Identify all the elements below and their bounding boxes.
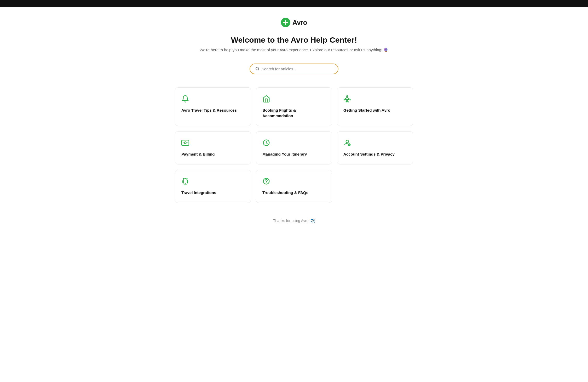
footer-text: Thanks for using Avro! ✈️ (273, 219, 315, 223)
cards-row-1: Avro Travel Tips & Resources Booking Fli… (175, 87, 413, 126)
card-title-booking-flights: Booking Flights & Accommodation (262, 107, 326, 118)
card-title-managing-itinerary: Managing Your Itinerary (262, 151, 326, 157)
logo-area: Avro (175, 18, 413, 27)
svg-line-14 (183, 178, 184, 179)
card-payment-billing[interactable]: Payment & Billing (175, 131, 251, 164)
svg-rect-13 (187, 180, 188, 183)
search-container (175, 64, 413, 74)
card-title-avro-travel-tips: Avro Travel Tips & Resources (181, 107, 245, 113)
card-troubleshooting[interactable]: Troubleshooting & FAQs (256, 170, 332, 203)
cards-row-2: Payment & Billing Managing Your Itinerar… (175, 131, 413, 164)
card-managing-itinerary[interactable]: Managing Your Itinerary (256, 131, 332, 164)
help-circle-icon (262, 177, 270, 185)
clock-check-icon (262, 139, 270, 147)
avro-logo-icon (281, 18, 290, 27)
card-getting-started[interactable]: Getting Started with Avro (337, 87, 413, 126)
card-account-settings[interactable]: Account Settings & Privacy (337, 131, 413, 164)
card-travel-integrations[interactable]: Travel Integrations (175, 170, 251, 203)
svg-point-10 (346, 140, 349, 143)
card-title-payment-billing: Payment & Billing (181, 151, 245, 157)
card-title-account-settings: Account Settings & Privacy (343, 151, 407, 157)
card-title-troubleshooting: Troubleshooting & FAQs (262, 190, 326, 195)
card-title-travel-integrations: Travel Integrations (181, 190, 245, 195)
home-icon (262, 95, 270, 103)
cash-icon (181, 139, 189, 147)
svg-line-4 (258, 70, 259, 70)
footer: Thanks for using Avro! ✈️ (175, 219, 413, 223)
svg-line-15 (187, 178, 187, 179)
logo-text: Avro (292, 19, 307, 27)
card-booking-flights[interactable]: Booking Flights & Accommodation (256, 87, 332, 126)
svg-rect-5 (182, 140, 189, 145)
user-settings-icon (343, 139, 351, 147)
card-title-getting-started: Getting Started with Avro (343, 107, 407, 113)
search-box[interactable] (250, 64, 338, 74)
airplane-icon (343, 95, 351, 103)
cards-row-3: Travel Integrations Troubleshooting & FA… (175, 170, 413, 203)
search-icon (255, 67, 260, 71)
card-avro-travel-tips[interactable]: Avro Travel Tips & Resources (175, 87, 251, 126)
hero-section: Welcome to the Avro Help Center! We're h… (175, 36, 413, 53)
android-icon (181, 177, 189, 185)
hero-title: Welcome to the Avro Help Center! (175, 36, 413, 44)
top-bar (0, 0, 588, 7)
svg-rect-12 (183, 180, 183, 183)
bell-icon (181, 95, 189, 103)
svg-point-6 (184, 142, 186, 144)
hero-subtitle: We're here to help you make the most of … (175, 47, 413, 53)
search-input[interactable] (262, 67, 333, 71)
